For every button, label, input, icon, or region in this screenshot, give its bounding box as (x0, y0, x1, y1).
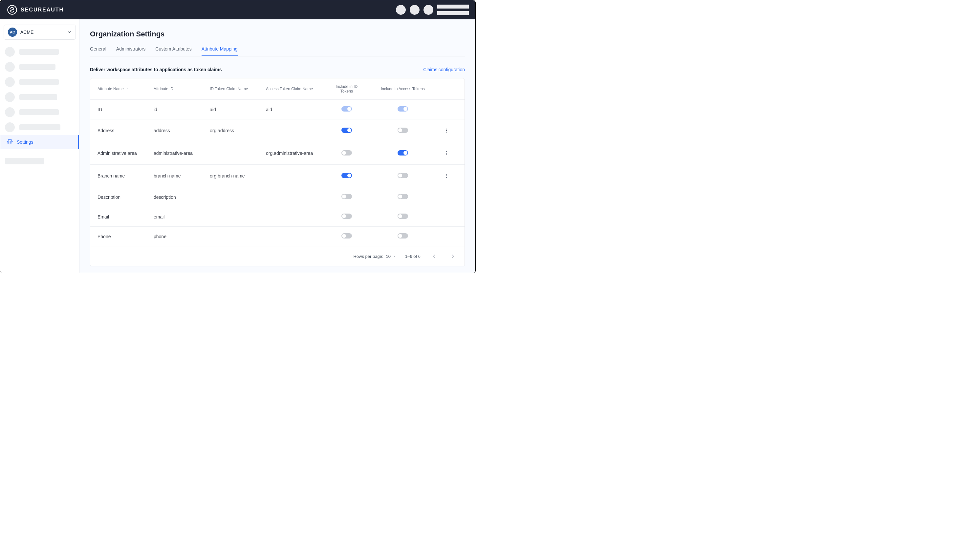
sidebar: AC ACME Settings (0, 19, 79, 273)
col-header-access-claim[interactable]: Access Token Claim Name (259, 78, 323, 100)
cell-access-claim (259, 119, 323, 142)
tab-attribute-mapping[interactable]: Attribute Mapping (202, 44, 238, 56)
cell-include-access (371, 207, 435, 227)
cell-attr-id: description (146, 187, 202, 207)
col-header-attr-name[interactable]: Attribute Name ↑ (90, 78, 146, 100)
tabs: GeneralAdministratorsCustom AttributesAt… (90, 44, 465, 57)
cell-attr-id: phone (146, 227, 202, 247)
chevron-down-icon (67, 30, 72, 35)
toggle[interactable] (398, 233, 408, 238)
toggle[interactable] (341, 233, 352, 238)
cell-access-claim (259, 207, 323, 227)
org-name: ACME (20, 30, 64, 35)
cell-id-claim: org.address (202, 119, 259, 142)
cell-actions (435, 119, 465, 142)
table-footer: Rows per page: 10 1–6 of 6 (90, 246, 465, 266)
toggle[interactable] (341, 128, 352, 133)
pagination-range: 1–6 of 6 (405, 254, 421, 259)
svg-point-3 (446, 132, 447, 133)
cell-include-id (323, 227, 371, 247)
toggle[interactable] (341, 213, 352, 219)
cell-include-access (371, 165, 435, 187)
cell-include-id (323, 165, 371, 187)
cell-attr-id: branch-name (146, 165, 202, 187)
org-avatar: AC (8, 28, 17, 37)
col-header-include-access[interactable]: Include in Access Tokens (371, 78, 435, 100)
prev-page-button[interactable] (430, 252, 439, 261)
next-page-button[interactable] (448, 252, 457, 261)
cell-include-id (323, 207, 371, 227)
cell-actions (435, 142, 465, 165)
row-menu-button[interactable] (442, 148, 451, 158)
dropdown-arrow-icon (393, 255, 396, 258)
cell-include-access (371, 142, 435, 165)
col-header-attr-id[interactable]: Attribute ID (146, 78, 202, 100)
toggle[interactable] (341, 194, 352, 199)
cell-include-access (371, 119, 435, 142)
cell-include-access (371, 100, 435, 119)
cell-attr-name: Administrative area (90, 142, 146, 165)
toggle[interactable] (398, 213, 408, 219)
toggle (341, 106, 352, 112)
svg-point-8 (446, 175, 447, 177)
cell-actions (435, 187, 465, 207)
cell-attr-name: Phone (90, 227, 146, 247)
cell-attr-id: id (146, 100, 202, 119)
toggle[interactable] (341, 173, 352, 178)
cell-actions (435, 100, 465, 119)
svg-point-6 (446, 155, 447, 155)
svg-point-7 (446, 174, 447, 175)
brand-logo-icon (7, 5, 17, 15)
claims-configuration-link[interactable]: Claims configuration (423, 67, 465, 72)
cell-attr-id: address (146, 119, 202, 142)
cell-id-claim: aid (202, 100, 259, 119)
cell-attr-name: Address (90, 119, 146, 142)
sort-asc-icon: ↑ (127, 87, 129, 91)
cell-actions (435, 227, 465, 247)
col-header-include-id[interactable]: Include in ID Tokens (323, 78, 371, 100)
toggle[interactable] (398, 128, 408, 133)
rows-per-page-label: Rows per page: (353, 254, 383, 259)
row-menu-button[interactable] (442, 126, 451, 135)
cell-access-claim: org.administrative-area (259, 142, 323, 165)
toggle[interactable] (341, 150, 352, 155)
app-body: AC ACME Settings (0, 19, 475, 273)
topbar-action-placeholder (423, 5, 433, 15)
topbar-right (396, 5, 469, 15)
svg-point-4 (446, 151, 447, 152)
sidebar-item-label: Settings (17, 140, 33, 145)
toggle[interactable] (398, 150, 408, 155)
tab-administrators[interactable]: Administrators (116, 44, 145, 56)
rows-per-page-select[interactable]: 10 (386, 254, 396, 259)
topbar-action-placeholder (410, 5, 419, 15)
toggle[interactable] (398, 173, 408, 178)
cell-access-claim (259, 227, 323, 247)
cell-attr-name: Description (90, 187, 146, 207)
cell-attr-name: Email (90, 207, 146, 227)
app-window: SECUREAUTH AC ACME (0, 0, 476, 273)
gear-icon (6, 139, 13, 145)
brand-name: SECUREAUTH (21, 7, 64, 13)
cell-access-claim (259, 165, 323, 187)
more-vertical-icon (444, 173, 449, 178)
svg-point-2 (446, 130, 447, 131)
sidebar-item-settings[interactable]: Settings (0, 135, 79, 149)
row-menu-button[interactable] (442, 171, 451, 180)
tab-custom-attributes[interactable]: Custom Attributes (155, 44, 192, 56)
org-switcher[interactable]: AC ACME (3, 25, 76, 40)
cell-access-claim (259, 187, 323, 207)
more-vertical-icon (444, 151, 449, 156)
table-row: Emailemail (90, 207, 465, 227)
tab-general[interactable]: General (90, 44, 106, 56)
cell-attr-name: Branch name (90, 165, 146, 187)
sidebar-item-placeholder (0, 59, 79, 75)
col-header-id-claim[interactable]: ID Token Claim Name (202, 78, 259, 100)
sidebar-item-placeholder (0, 44, 79, 59)
more-vertical-icon (444, 128, 449, 133)
sidebar-item-placeholder (0, 90, 79, 105)
toggle[interactable] (398, 194, 408, 199)
topbar-action-placeholder (396, 5, 406, 15)
cell-include-id (323, 187, 371, 207)
topbar-user-placeholder (437, 5, 469, 15)
brand: SECUREAUTH (7, 5, 64, 15)
